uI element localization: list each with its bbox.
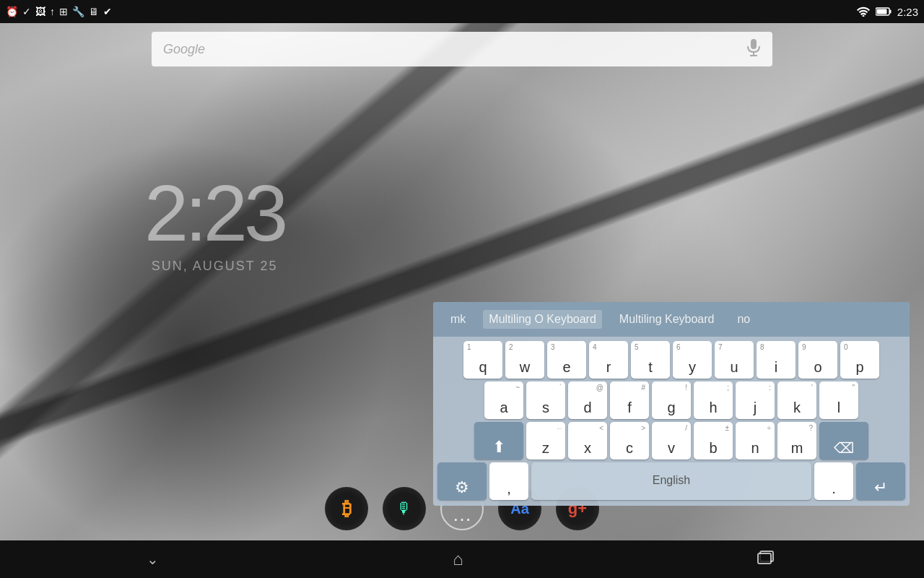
backspace-key[interactable]: ⌫	[819, 422, 868, 460]
key-y[interactable]: 6 y	[673, 341, 712, 379]
key-j[interactable]: : j	[736, 381, 775, 419]
svg-rect-3	[889, 10, 891, 14]
key-q[interactable]: 1 q	[463, 341, 502, 379]
key-k[interactable]: ' k	[777, 381, 816, 419]
alarm-icon: ⏰	[6, 6, 18, 17]
lang-multiling-o[interactable]: Multiling O Keyboard	[483, 310, 602, 329]
key-b[interactable]: ± b	[694, 422, 733, 460]
lang-selector-row: mk Multiling O Keyboard Multiling Keyboa…	[433, 302, 910, 337]
dock-bitcoin-icon[interactable]: ₿	[325, 487, 368, 530]
key-p[interactable]: 0 p	[840, 341, 879, 379]
key-s[interactable]: ` s	[526, 381, 565, 419]
key-z[interactable]: ... z	[526, 422, 565, 460]
bottom-nav: ⌄ ⌂	[0, 540, 924, 578]
lang-mk[interactable]: mk	[445, 310, 471, 329]
status-time: 2:23	[897, 6, 918, 18]
key-row-1: 1 q 2 w 3 e 4 r 5 t 6 y	[437, 341, 905, 379]
shift-key[interactable]: ⬆	[474, 422, 523, 460]
key-x[interactable]: < x	[568, 422, 607, 460]
enter-key[interactable]: ↵	[856, 462, 905, 500]
lang-no[interactable]: no	[731, 310, 756, 329]
lang-multiling[interactable]: Multiling Keyboard	[614, 310, 720, 329]
key-row-3: ⬆ ... z < x > c / v ± b ÷	[437, 422, 905, 460]
key-g[interactable]: ! g	[652, 381, 691, 419]
key-u[interactable]: 7 u	[715, 341, 754, 379]
dock-voice-recorder-icon[interactable]: 🎙	[383, 487, 426, 530]
clock-display: 2:23 SUN, AUGUST 25	[144, 173, 284, 274]
key-row-4: ⚙ , English . ↵	[437, 462, 905, 500]
comma-key[interactable]: ,	[489, 462, 528, 500]
status-icons-right: 2:23	[857, 6, 918, 18]
svg-rect-4	[751, 39, 757, 49]
key-row-2: ~ a ` s @ d # f ! g ; h	[437, 381, 905, 419]
photo-icon: 🖼	[35, 6, 45, 17]
wifi-icon	[857, 7, 870, 17]
status-icons-left: ⏰ ✓ 🖼 ↑ ⊞ 🔧 🖥 ✔	[6, 6, 112, 17]
check2-icon: ✔	[103, 6, 112, 17]
key-v[interactable]: / v	[652, 422, 691, 460]
recents-button[interactable]	[757, 550, 777, 569]
mic-icon[interactable]	[746, 39, 761, 60]
svg-rect-8	[758, 553, 771, 564]
svg-rect-2	[876, 9, 886, 14]
key-r[interactable]: 4 r	[589, 341, 628, 379]
monitor-icon: 🖥	[89, 6, 99, 17]
clock-date: SUN, AUGUST 25	[144, 259, 284, 274]
settings-key[interactable]: ⚙	[437, 462, 487, 500]
status-bar: ⏰ ✓ 🖼 ↑ ⊞ 🔧 🖥 ✔ 2:23	[0, 0, 924, 23]
key-h[interactable]: ; h	[694, 381, 733, 419]
keyboard: mk Multiling O Keyboard Multiling Keyboa…	[433, 302, 910, 506]
key-m[interactable]: ? m	[777, 422, 816, 460]
home-button[interactable]: ⌂	[453, 549, 463, 569]
search-bar[interactable]: Google	[152, 32, 772, 66]
key-f[interactable]: # f	[610, 381, 649, 419]
google-logo: Google	[163, 42, 746, 57]
upload-icon: ↑	[50, 6, 55, 17]
check-icon: ✓	[22, 6, 31, 17]
back-button[interactable]: ⌄	[147, 551, 159, 568]
battery-icon	[876, 7, 892, 16]
key-w[interactable]: 2 w	[505, 341, 544, 379]
period-key[interactable]: .	[814, 462, 853, 500]
key-n[interactable]: ÷ n	[736, 422, 775, 460]
key-c[interactable]: > c	[610, 422, 649, 460]
key-e[interactable]: 3 e	[547, 341, 586, 379]
key-i[interactable]: 8 i	[757, 341, 796, 379]
svg-rect-6	[750, 55, 757, 56]
space-key[interactable]: English	[531, 462, 811, 500]
key-t[interactable]: 5 t	[631, 341, 670, 379]
tools-icon: 🔧	[72, 6, 84, 17]
key-d[interactable]: @ d	[568, 381, 607, 419]
key-a[interactable]: ~ a	[484, 381, 523, 419]
keys-area: 1 q 2 w 3 e 4 r 5 t 6 y	[433, 337, 910, 506]
apps-icon: ⊞	[59, 6, 68, 17]
svg-point-0	[862, 15, 864, 17]
key-l[interactable]: " l	[819, 381, 858, 419]
key-o[interactable]: 9 o	[798, 341, 837, 379]
clock-time: 2:23	[144, 173, 284, 253]
svg-rect-5	[753, 52, 754, 55]
